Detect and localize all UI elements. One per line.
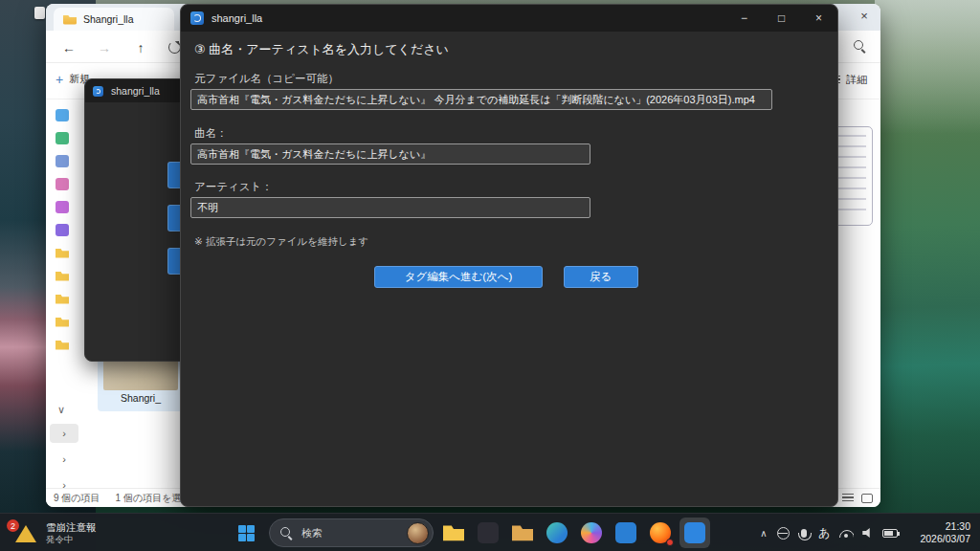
- sidebar-downloads-icon[interactable]: [56, 132, 69, 144]
- artist-input[interactable]: [190, 197, 590, 218]
- system-tray: あ: [777, 514, 898, 551]
- maximize-button[interactable]: □: [763, 5, 800, 32]
- sidebar-folder-2-icon[interactable]: [56, 270, 69, 282]
- taskbar-store-icon[interactable]: [611, 518, 641, 548]
- next-button[interactable]: タグ編集へ進む(次へ): [374, 266, 543, 288]
- ime-indicator[interactable]: あ: [818, 526, 830, 540]
- start-button[interactable]: [238, 525, 255, 541]
- close-button[interactable]: ×: [800, 5, 837, 32]
- sidebar-desktop-icon[interactable]: [56, 109, 69, 121]
- plus-icon: +: [56, 74, 63, 85]
- back-nav-button[interactable]: ←: [59, 38, 78, 57]
- chevron-right-icon: ›: [62, 453, 66, 465]
- minimize-button[interactable]: −: [725, 5, 763, 32]
- taskbar-dark-app-icon[interactable]: [473, 518, 503, 548]
- background-window-title: shangri_lla: [111, 85, 160, 97]
- tree-item[interactable]: ›: [50, 450, 78, 469]
- explorer-close-button[interactable]: ×: [856, 8, 873, 25]
- microphone-icon[interactable]: [801, 529, 807, 538]
- source-file-label: 元ファイル名（コピー可能）: [194, 72, 339, 86]
- sidebar-folder-4-icon[interactable]: [56, 316, 69, 328]
- song-name-input[interactable]: [190, 143, 590, 165]
- clock-time: 21:30: [920, 520, 970, 533]
- tree-item-selected[interactable]: ›: [50, 424, 78, 443]
- up-nav-button[interactable]: ↑: [131, 38, 150, 57]
- tag-input-dialog: shangri_lla − □ × ③ 曲名・アーティスト名を入力してください …: [180, 4, 838, 507]
- artist-label: アーティスト：: [194, 180, 273, 194]
- app-icon: [190, 11, 204, 25]
- sidebar-folder-5-icon[interactable]: [56, 339, 69, 351]
- app-notification-badge: [666, 539, 674, 546]
- window-controls: − □ ×: [725, 5, 837, 32]
- taskbar-shangri-lla-app-icon[interactable]: [679, 518, 710, 548]
- dialog-title-bar[interactable]: shangri_lla − □ ×: [181, 5, 837, 32]
- explorer-tab[interactable]: Shangri_lla: [54, 8, 174, 31]
- status-item-count: 9 個の項目: [54, 492, 100, 505]
- taskbar-app-icons: [438, 518, 710, 548]
- folder-icon: [63, 14, 77, 25]
- tray-overflow-chevron[interactable]: ∧: [755, 514, 772, 551]
- taskbar-copilot-icon[interactable]: [576, 518, 607, 548]
- wallpaper-mist: [875, 0, 980, 134]
- search-placeholder: 検索: [301, 526, 399, 540]
- weather-alert-text: 雪崩注意報: [46, 521, 97, 534]
- dialog-title: shangri_lla: [212, 12, 262, 24]
- sidebar-documents-icon[interactable]: [56, 155, 69, 167]
- network-globe-icon[interactable]: [777, 527, 790, 540]
- sidebar-music-icon[interactable]: [56, 201, 69, 213]
- volume-icon[interactable]: [862, 528, 874, 539]
- file-name-label: Shangri_: [98, 392, 184, 404]
- extension-note: ※ 拡張子は元のファイルを維持します: [194, 235, 368, 249]
- step-heading: ③ 曲名・アーティスト名を入力してください: [194, 41, 449, 58]
- weather-alert-icon: 2: [13, 522, 38, 543]
- weather-widget[interactable]: 2 雪崩注意報 発令中: [8, 514, 102, 551]
- forward-nav-button[interactable]: →: [95, 38, 114, 57]
- taskbar-edge-browser-icon[interactable]: [542, 518, 572, 548]
- sidebar-folder-3-icon[interactable]: [56, 293, 69, 305]
- chevron-right-icon: ›: [62, 428, 66, 439]
- taskbar-search-box[interactable]: 検索: [269, 518, 434, 547]
- search-highlight-avatar[interactable]: [407, 522, 429, 544]
- battery-icon[interactable]: [882, 529, 898, 538]
- sidebar-videos-icon[interactable]: [56, 224, 69, 236]
- taskbar-folder-app-icon[interactable]: [507, 518, 538, 548]
- wifi-icon[interactable]: [838, 528, 854, 538]
- app-icon: [93, 86, 103, 97]
- search-icon[interactable]: [853, 39, 867, 54]
- clock-date: 2026/03/07: [920, 533, 970, 545]
- desktop: Shangri_lla × ← → ↑ + 新規 詳細 ∨ › ›: [0, 0, 980, 551]
- explorer-sidebar: [56, 109, 73, 351]
- tree-collapse-chevron[interactable]: ∨: [57, 404, 65, 416]
- weather-status-text: 発令中: [46, 534, 97, 545]
- notification-badge: 2: [7, 519, 19, 532]
- source-file-input[interactable]: [190, 89, 772, 110]
- song-name-label: 曲名：: [194, 126, 228, 141]
- details-label: 詳細: [846, 73, 867, 87]
- desktop-shortcut-icon[interactable]: [34, 7, 45, 19]
- taskbar-file-explorer-icon[interactable]: [438, 518, 469, 548]
- taskbar-firefox-icon[interactable]: [645, 518, 676, 548]
- thumbnail-view-icon[interactable]: [861, 494, 873, 503]
- sidebar-pictures-icon[interactable]: [56, 178, 69, 190]
- search-icon: [279, 526, 294, 540]
- sidebar-folder-1-icon[interactable]: [56, 247, 69, 259]
- explorer-tab-title: Shangri_lla: [83, 13, 134, 25]
- taskbar: 2 雪崩注意報 発令中 検索 ∧ あ 21:30 2026/03/0: [0, 513, 980, 551]
- details-view-icon[interactable]: [842, 494, 854, 503]
- taskbar-clock[interactable]: 21:30 2026/03/07: [920, 520, 970, 545]
- back-button[interactable]: 戻る: [564, 266, 638, 288]
